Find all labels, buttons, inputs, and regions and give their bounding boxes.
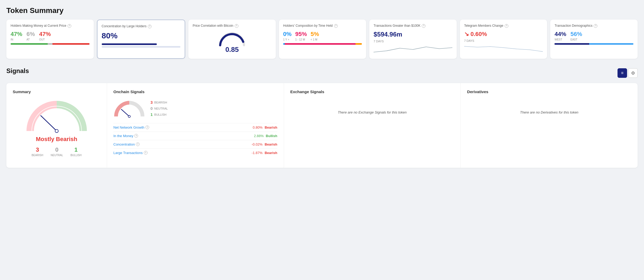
card-holders-composition-title: Holders' Composition by Time Held ?	[283, 24, 362, 28]
signal-values-large-transactions: -1.87% Bearish	[252, 151, 277, 155]
summary-neutral-count: 0 NEUTRAL	[51, 146, 63, 157]
holders-money-bar	[11, 43, 90, 45]
demographics-west: 44% WEST	[554, 31, 566, 41]
signals-panel-derivatives: Derivatives There are no Derivatives for…	[461, 83, 638, 168]
derivatives-empty-message: There are no Derivatives for this token	[467, 110, 631, 115]
help-icon-holders-composition[interactable]: ?	[334, 24, 338, 28]
telegram-arrow-down: ↘	[464, 31, 469, 37]
price-correlation-gauge: 0.85	[193, 31, 272, 54]
signal-name-in-the-money[interactable]: In the Money ?	[113, 134, 138, 138]
summary-signal-counts: 3 BEARISH 0 NEUTRAL 1 BULLISH	[32, 146, 81, 157]
signal-row-net-network-growth: Net Network Growth ? 0.80% Bearish	[113, 123, 277, 132]
exchange-empty-message: There are no Exchange Signals for this t…	[290, 110, 454, 115]
signal-row-large-transactions: Large Transactions ? -1.87% Bearish	[113, 148, 277, 157]
help-icon-transactions-100k[interactable]: ?	[422, 24, 425, 28]
signal-name-concentration[interactable]: Concentration ?	[113, 142, 140, 146]
onchain-panel-title: Onchain Signals	[113, 89, 277, 94]
card-holders-money: Holders Making Money at Current Price ? …	[6, 20, 94, 59]
demographics-values: 44% WEST 56% EAST	[554, 31, 633, 41]
onchain-gauge-pivot	[128, 115, 130, 118]
telegram-label: 7 DAYS	[464, 39, 543, 42]
help-icon-telegram-change[interactable]: ?	[505, 24, 508, 28]
signals-panel-onchain: Onchain Signals 3 BEARISH 0 NEUTRAL	[107, 83, 284, 168]
token-summary-cards: Holders Making Money at Current Price ? …	[6, 20, 638, 59]
holders-money-at: 6% AT	[26, 31, 35, 41]
signal-row-concentration: Concentration ? -0.02% Bearish	[113, 140, 277, 148]
card-transactions-100k: Transactions Greater than $100K ? $594.9…	[369, 20, 457, 59]
holders-comp-12m: 95% 1 - 12 M	[295, 31, 307, 41]
view-toggle: ≡ ⊙	[618, 68, 638, 78]
help-icon-price-correlation[interactable]: ?	[235, 24, 238, 28]
correlation-gauge-svg	[217, 31, 247, 47]
help-icon-holders-money[interactable]: ?	[68, 24, 71, 28]
bar-west	[554, 43, 589, 45]
svg-line-0	[41, 116, 57, 131]
summary-gauge-label: Mostly Bearish	[36, 136, 77, 143]
concentration-value: 80%	[102, 31, 181, 40]
legend-bullish: 1 BULLISH	[150, 112, 168, 117]
legend-bearish: 3 BEARISH	[150, 100, 168, 105]
holders-comp-1m: 5% < 1 M	[311, 31, 319, 41]
card-holders-composition: Holders' Composition by Time Held ? 0% 1…	[279, 20, 366, 59]
holders-money-content: 47% IN 6% AT 47% OUT	[11, 31, 90, 45]
holders-comp-bar	[283, 43, 362, 45]
derivatives-panel-title: Derivatives	[467, 89, 631, 94]
page-title: Token Summary	[6, 6, 638, 15]
bar-east	[589, 43, 633, 45]
help-icon-transaction-demographics[interactable]: ?	[594, 24, 597, 28]
concentration-bar-light	[102, 46, 181, 48]
signal-row-in-the-money: In the Money ? 2.88% Bullish	[113, 132, 277, 140]
telegram-sparkline	[464, 42, 543, 53]
holders-comp-1y: 0% 1 Y +	[283, 31, 292, 41]
onchain-gauge-row: 3 BEARISH 0 NEUTRAL 1 BULLISH	[113, 99, 277, 118]
summary-bullish-count: 1 BULLISH	[70, 146, 82, 157]
card-concentration: Concentration by Large Holders ? 80%	[97, 20, 185, 59]
signals-panel-exchange: Exchange Signals There are no Exchange S…	[284, 83, 461, 168]
gauge-pivot	[55, 129, 58, 133]
help-icon-net-network-growth[interactable]: ?	[145, 125, 149, 129]
signal-name-net-network-growth[interactable]: Net Network Growth ?	[113, 125, 149, 129]
concentration-bar-dark	[102, 43, 157, 45]
help-icon-large-transactions[interactable]: ?	[144, 151, 148, 155]
card-price-correlation: Price Correlation with Bitcoin ? 0.85	[188, 20, 276, 59]
summary-gauge-svg	[25, 99, 88, 134]
card-price-correlation-title: Price Correlation with Bitcoin ?	[193, 24, 272, 28]
signal-values-in-the-money: 2.88% Bullish	[254, 134, 277, 138]
holders-comp-content: 0% 1 Y + 95% 1 - 12 M 5% < 1 M	[283, 31, 362, 45]
help-icon-concentration[interactable]: ?	[148, 25, 152, 28]
summary-bearish-count: 3 BEARISH	[32, 146, 43, 157]
signal-name-large-transactions[interactable]: Large Transactions ?	[113, 151, 148, 155]
onchain-signal-legend: 3 BEARISH 0 NEUTRAL 1 BULLISH	[150, 100, 168, 117]
card-transaction-demographics: Transaction Demographics ? 44% WEST 56% …	[550, 20, 638, 59]
help-icon-in-the-money[interactable]: ?	[134, 134, 138, 138]
bar-at	[48, 43, 52, 45]
telegram-value: ↘ 0.60%	[464, 31, 543, 38]
correlation-value: 0.85	[225, 46, 239, 54]
toggle-chart-button[interactable]: ⊙	[628, 68, 638, 78]
card-transactions-100k-title: Transactions Greater than $100K ?	[374, 24, 452, 28]
card-concentration-title: Concentration by Large Holders ?	[102, 24, 181, 29]
summary-panel-title: Summary	[13, 89, 100, 94]
holders-money-out: 47% OUT	[39, 31, 51, 41]
help-icon-concentration-signal[interactable]: ?	[136, 142, 140, 146]
card-holders-money-title: Holders Making Money at Current Price ?	[11, 24, 90, 28]
signals-header: Signals ≡ ⊙	[6, 67, 638, 79]
card-telegram-change: Telegram Members Change ? ↘ 0.60% 7 DAYS	[460, 20, 547, 59]
signals-title: Signals	[6, 67, 29, 75]
toggle-list-button[interactable]: ≡	[618, 68, 627, 78]
onchain-gauge-svg	[113, 99, 145, 118]
svg-line-1	[121, 109, 129, 116]
signals-panel-summary: Summary Mostly Bearish 3 BEARISH	[6, 83, 107, 168]
holders-comp-pct-row: 0% 1 Y + 95% 1 - 12 M 5% < 1 M	[283, 31, 362, 41]
signals-grid: Summary Mostly Bearish 3 BEARISH	[6, 83, 638, 168]
bar-12m	[285, 43, 356, 45]
signal-values-concentration: -0.02% Bearish	[252, 142, 277, 146]
transactions-label: 7 DAYS	[374, 40, 452, 43]
demographics-bar	[554, 43, 633, 45]
transactions-value: $594.96m	[374, 31, 452, 38]
holders-money-pct-row: 47% IN 6% AT 47% OUT	[11, 31, 90, 41]
summary-gauge: Mostly Bearish 3 BEARISH 0 NEUTRAL 1 BUL…	[13, 99, 100, 157]
bar-in	[11, 43, 48, 45]
bar-out	[52, 43, 90, 45]
transactions-sparkline	[374, 43, 452, 53]
